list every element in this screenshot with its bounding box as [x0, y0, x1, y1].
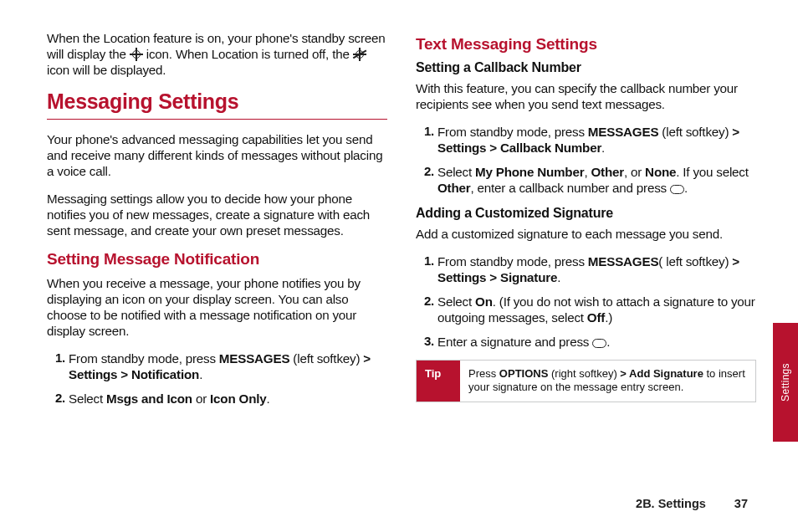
step-number: 2. [47, 391, 65, 407]
text: icon. When Location is turned off, the [146, 47, 353, 61]
steps-list: 1. From standby mode, press MESSAGES (le… [416, 124, 756, 196]
location-intro: When the Location feature is on, your ph… [47, 30, 387, 78]
tip-label: Tip [417, 361, 460, 402]
step-number: 3. [416, 334, 434, 350]
heading-messaging-settings: Messaging Settings [47, 90, 387, 114]
location-off-icon [353, 48, 366, 61]
tip-text: Press OPTIONS (right softkey) > Add Sign… [460, 361, 755, 402]
body-text: With this feature, you can specify the c… [416, 80, 756, 112]
list-item: 3. Enter a signature and press . [437, 334, 756, 350]
subheading-set-message-notification: Setting Message Notification [47, 250, 387, 269]
tip-box: Tip Press OPTIONS (right softkey) > Add … [416, 360, 756, 402]
step-number: 1. [416, 124, 434, 140]
page-footer: 2B. Settings 37 [636, 497, 748, 510]
step-number: 1. [416, 253, 434, 269]
subheading-text-messaging-settings: Text Messaging Settings [416, 35, 756, 54]
list-item: 1. From standby mode, press MESSAGES( le… [437, 253, 756, 285]
page-number: 37 [734, 497, 748, 510]
step-number: 2. [416, 164, 434, 180]
body-text: Add a customized signature to each messa… [416, 226, 756, 242]
step-number: 2. [416, 294, 434, 309]
left-column: When the Location feature is on, your ph… [47, 30, 387, 417]
list-item: 1. From standby mode, press MESSAGES (le… [437, 124, 756, 156]
body-text: When you receive a message, your phone n… [47, 275, 387, 339]
heading-rule [47, 119, 387, 120]
list-item: 2. Select My Phone Number, Other, or Non… [437, 164, 756, 196]
subsubheading-customized-signature: Adding a Customized Signature [416, 206, 756, 221]
ok-key-icon [592, 339, 606, 348]
step-number: 1. [47, 350, 65, 366]
steps-list: 1. From standby mode, press MESSAGES (le… [47, 350, 387, 407]
steps-list: 1. From standby mode, press MESSAGES( le… [416, 253, 756, 350]
side-tab-label: Settings [780, 363, 791, 402]
subsubheading-callback-number: Setting a Callback Number [416, 60, 756, 75]
right-column: Text Messaging Settings Setting a Callba… [416, 30, 756, 417]
list-item: 1. From standby mode, press MESSAGES (le… [69, 350, 387, 382]
list-item: 2. Select On. (If you do not wish to att… [437, 294, 756, 325]
body-text: Messaging settings allow you to decide h… [47, 191, 387, 238]
side-tab-settings: Settings [773, 323, 798, 442]
ok-key-icon [670, 185, 684, 194]
body-text: Your phone's advanced messaging capabili… [47, 131, 387, 179]
list-item: 2. Select Msgs and Icon or Icon Only. [69, 391, 387, 407]
section-label: 2B. Settings [636, 497, 706, 510]
text: icon will be displayed. [47, 63, 166, 77]
location-on-icon [130, 48, 143, 61]
